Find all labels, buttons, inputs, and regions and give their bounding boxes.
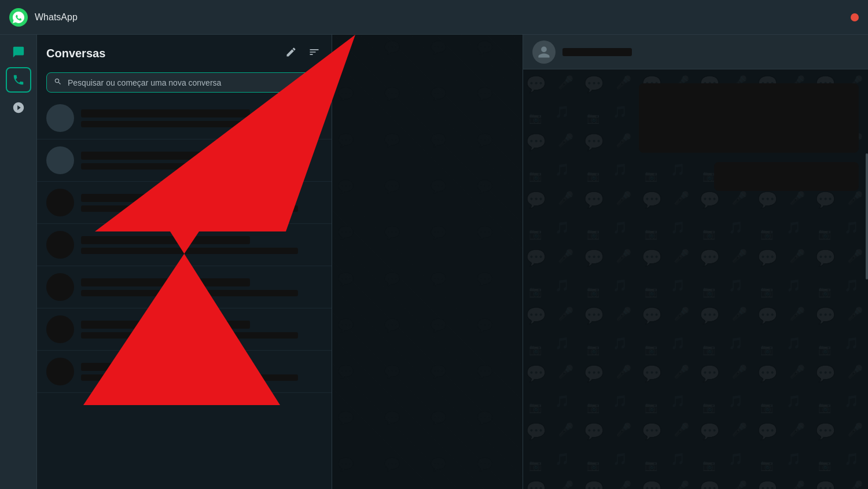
conversation-item[interactable] — [37, 139, 332, 182]
chat-contact-name-redacted — [562, 48, 632, 56]
conversation-list — [37, 97, 332, 489]
chat-messages-area: 💬 🎵 📷 🎤 — [523, 69, 868, 489]
contact-name-redacted — [81, 321, 250, 329]
search-bar — [37, 68, 332, 97]
last-message-redacted — [81, 374, 298, 381]
contact-name-redacted — [81, 109, 250, 117]
contact-name-redacted — [81, 363, 250, 371]
avatar — [46, 231, 74, 259]
avatar — [46, 104, 74, 132]
conversation-info — [81, 152, 322, 170]
chat-area: 💬 🎵 — [332, 35, 523, 489]
messages-area — [639, 83, 859, 196]
message-bubble-sent — [714, 162, 859, 191]
conversations-title: Conversas — [46, 47, 105, 60]
conversation-info — [81, 194, 322, 212]
conversation-item[interactable] — [37, 97, 332, 139]
last-message-redacted — [81, 332, 298, 339]
conversation-item[interactable] — [37, 308, 332, 351]
chat-header — [523, 35, 868, 69]
scrollbar[interactable] — [865, 69, 868, 489]
titlebar: WhatsApp — [0, 0, 868, 35]
sidebar-item-status[interactable] — [6, 95, 31, 120]
app-title: WhatsApp — [35, 12, 78, 23]
conversation-item[interactable] — [37, 224, 332, 266]
search-icon — [54, 78, 62, 87]
avatar — [46, 146, 74, 174]
conversation-info — [81, 236, 322, 254]
conversations-header: Conversas — [37, 35, 332, 68]
avatar — [46, 315, 74, 343]
last-message-redacted — [81, 248, 298, 254]
conversation-info — [81, 321, 322, 339]
sidebar-item-calls[interactable] — [6, 67, 31, 93]
last-message-redacted — [81, 290, 298, 296]
avatar — [46, 189, 74, 216]
sidebar-item-chat[interactable] — [6, 39, 31, 65]
avatar — [46, 273, 74, 301]
contact-name-redacted — [81, 236, 250, 244]
header-actions — [283, 44, 322, 63]
contact-name-redacted — [81, 194, 250, 202]
search-wrapper[interactable] — [46, 72, 322, 93]
conversation-item[interactable] — [37, 351, 332, 393]
right-panel: 💬 🎵 📷 🎤 — [523, 35, 868, 489]
last-message-redacted — [81, 121, 298, 127]
contact-name-redacted — [81, 152, 250, 160]
last-message-redacted — [81, 163, 298, 170]
filter-button[interactable] — [306, 44, 322, 63]
close-button[interactable] — [851, 13, 859, 21]
chat-contact-avatar[interactable] — [532, 41, 556, 64]
scrollbar-thumb[interactable] — [866, 153, 868, 280]
conversation-info — [81, 109, 322, 127]
chat-background — [332, 35, 523, 489]
conversation-item[interactable] — [37, 266, 332, 308]
search-input[interactable] — [68, 78, 315, 87]
conversation-info — [81, 278, 322, 296]
main-layout: Conversas — [0, 35, 868, 489]
conversation-item[interactable] — [37, 182, 332, 224]
avatar — [46, 358, 74, 385]
message-bubble-received — [639, 83, 859, 153]
last-message-redacted — [81, 205, 298, 212]
conversations-panel: Conversas — [37, 35, 332, 489]
icon-sidebar — [0, 35, 37, 489]
contact-name-redacted — [81, 278, 250, 286]
new-chat-button[interactable] — [283, 44, 299, 63]
conversation-info — [81, 363, 322, 381]
whatsapp-logo-icon — [9, 8, 28, 27]
